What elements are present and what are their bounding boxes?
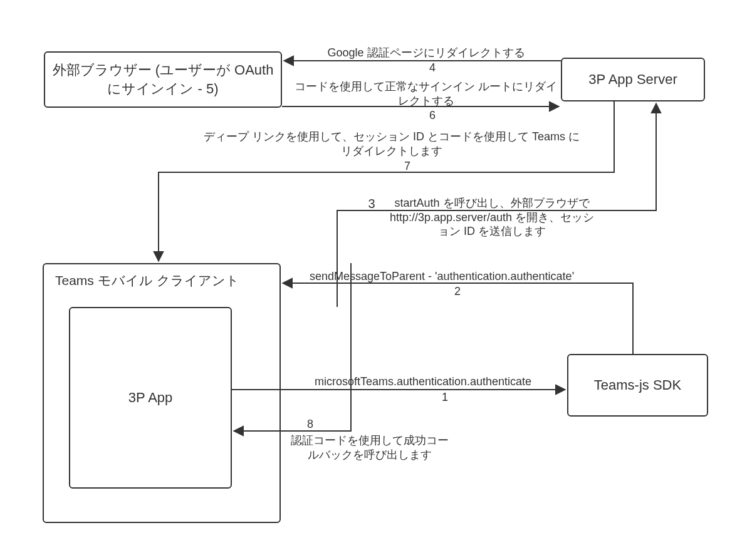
- edge-2: [283, 283, 633, 354]
- edge-3: [337, 104, 656, 307]
- edge-7: [159, 101, 614, 261]
- edge-8: [234, 263, 351, 431]
